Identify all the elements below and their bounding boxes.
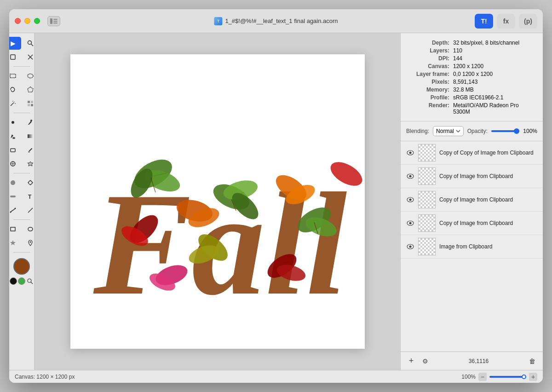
- zoom-slider-thumb: [522, 375, 526, 379]
- lasso-tool[interactable]: [9, 83, 21, 96]
- sidebar-toggle-button[interactable]: [47, 16, 60, 26]
- svg-point-40: [28, 227, 33, 231]
- opacity-slider[interactable]: [491, 130, 520, 132]
- profile-value: sRGB IEC61966-2.1: [453, 94, 535, 101]
- titlebar-filename: T 1_#$!@%!#__leaf_text_1 final again.aco…: [214, 17, 338, 25]
- text-tool-button[interactable]: T!: [475, 14, 493, 29]
- memory-value: 32.8 MB: [453, 86, 535, 93]
- gradient2-tool[interactable]: [9, 190, 21, 203]
- star-tool[interactable]: [9, 236, 21, 249]
- black-swatch[interactable]: [10, 277, 17, 285]
- render-label: Render:: [408, 102, 449, 115]
- svg-rect-39: [11, 227, 15, 231]
- delete-layer-button[interactable]: 🗑: [527, 356, 537, 366]
- rect-select-tool[interactable]: [9, 69, 21, 82]
- maximize-button[interactable]: [34, 18, 40, 24]
- svg-line-38: [28, 208, 33, 213]
- bezier-tool[interactable]: [9, 204, 21, 217]
- status-bar: Canvas: 1200 × 1200 px 100% − +: [9, 370, 543, 383]
- svg-point-29: [29, 181, 32, 184]
- main-content: ▶: [9, 33, 543, 370]
- canvas-artwork: Fall: [70, 54, 365, 349]
- layer-frame-row: Layer frame: 0,0 1200 x 1200: [408, 71, 535, 77]
- foreground-color[interactable]: [13, 258, 30, 275]
- titlebar: T 1_#$!@%!#__leaf_text_1 final again.aco…: [9, 9, 543, 33]
- magic-wand-tool[interactable]: [9, 97, 21, 110]
- crop-tool[interactable]: [9, 51, 21, 63]
- blending-dropdown[interactable]: Normal: [433, 126, 464, 136]
- layer-coordinates: 36,1116: [434, 358, 523, 364]
- opacity-label: Opacity:: [467, 128, 488, 134]
- svg-point-80: [409, 222, 412, 225]
- layer-row[interactable]: Copy of Image from Clipboard: [401, 188, 543, 212]
- layers-row: Layers: 110: [408, 47, 535, 54]
- clone-tool[interactable]: [9, 157, 21, 170]
- layers-bottom-bar: + ⚙ 36,1116 🗑: [401, 352, 543, 370]
- right-panel: Depth: 32 bits/pixel, 8 bits/channel Lay…: [400, 33, 543, 370]
- file-icon: T: [214, 17, 222, 25]
- layer-thumbnail: [418, 167, 436, 185]
- svg-point-25: [28, 151, 30, 153]
- fx-button[interactable]: fx: [497, 14, 515, 29]
- svg-point-78: [409, 199, 412, 201]
- layer-name: Copy of Image from Clipboard: [439, 173, 537, 179]
- layer-visibility-toggle[interactable]: [406, 172, 414, 180]
- rect-shape-tool[interactable]: [9, 223, 21, 236]
- layers-count-value: 110: [453, 47, 535, 54]
- layer-visibility-toggle[interactable]: [406, 196, 414, 204]
- left-toolbar: ▶: [9, 33, 34, 370]
- svg-rect-34: [10, 196, 16, 197]
- zoom-out-button[interactable]: −: [478, 373, 487, 381]
- svg-point-43: [28, 279, 31, 282]
- layer-name: Copy of Image from Clipboard: [439, 196, 537, 203]
- layer-row[interactable]: Copy of Copy of Image from Clipboard: [401, 141, 543, 165]
- close-button[interactable]: [15, 18, 21, 24]
- zoom-mini-tool[interactable]: [26, 277, 34, 285]
- proto-button[interactable]: (p): [519, 14, 537, 29]
- layer-row[interactable]: Copy of Image from Clipboard: [401, 212, 543, 235]
- layer-thumbnail: [418, 238, 436, 255]
- layer-visibility-toggle[interactable]: [406, 149, 414, 157]
- pen-tool[interactable]: [9, 116, 21, 129]
- paint-bucket-tool[interactable]: [9, 130, 21, 143]
- svg-point-10: [28, 74, 33, 78]
- layer-visibility-toggle[interactable]: [406, 242, 414, 251]
- render-value: Metal/IO/AMD Radeon Pro 5300M: [453, 102, 535, 115]
- svg-line-14: [14, 102, 15, 102]
- profile-label: Profile:: [408, 94, 449, 101]
- main-window: T 1_#$!@%!#__leaf_text_1 final again.aco…: [9, 9, 543, 383]
- zoom-slider[interactable]: [489, 376, 526, 378]
- info-section: Depth: 32 bits/pixel, 8 bits/channel Lay…: [401, 33, 543, 121]
- svg-rect-1: [53, 19, 58, 20]
- layer-settings-button[interactable]: ⚙: [420, 356, 430, 366]
- minimize-button[interactable]: [24, 18, 30, 24]
- titlebar-toolbar: T! fx (p): [475, 14, 537, 29]
- svg-rect-17: [31, 101, 33, 103]
- memory-label: Memory:: [408, 86, 449, 93]
- green-swatch[interactable]: [18, 277, 25, 285]
- svg-marker-11: [28, 87, 33, 92]
- layer-frame-label: Layer frame:: [408, 71, 449, 77]
- layer-visibility-toggle[interactable]: [406, 219, 414, 227]
- depth-label: Depth:: [408, 40, 449, 46]
- canvas-label: Canvas:: [408, 63, 449, 69]
- svg-rect-23: [28, 134, 33, 138]
- svg-point-21: [30, 120, 32, 121]
- pixels-row: Pixels: 8,591,143: [408, 79, 535, 85]
- layer-name: Image from Clipboard: [439, 243, 537, 250]
- zoom-in-button[interactable]: +: [529, 373, 537, 381]
- dpi-label: DPI:: [408, 55, 449, 62]
- select-tool[interactable]: ▶: [9, 37, 21, 50]
- eraser-tool[interactable]: [9, 144, 21, 156]
- zoom-control: 100% − +: [461, 373, 537, 381]
- pixels-value: 8,591,143: [453, 79, 535, 85]
- layer-row[interactable]: Image from Clipboard: [401, 235, 543, 259]
- shape-tool[interactable]: [9, 176, 21, 189]
- svg-point-20: [12, 121, 14, 124]
- layer-row[interactable]: Copy of Image from Clipboard: [401, 165, 543, 188]
- layer-thumbnail: [418, 191, 436, 208]
- canvas-value: 1200 x 1200: [453, 63, 535, 69]
- blending-label: Blending:: [406, 128, 429, 134]
- add-layer-button[interactable]: +: [406, 356, 416, 366]
- layer-frame-value: 0,0 1200 x 1200: [453, 71, 535, 77]
